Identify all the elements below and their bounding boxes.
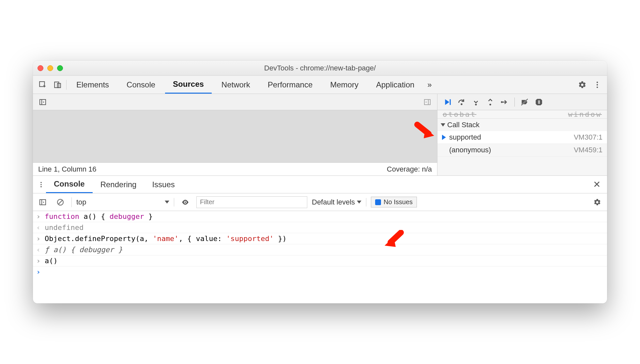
console-settings-icon[interactable] <box>591 196 604 209</box>
sources-toolbar-row <box>33 94 607 110</box>
drawer-menu-icon[interactable] <box>36 180 46 190</box>
console-output-row: ‹ undefined <box>33 222 607 233</box>
svg-point-12 <box>501 101 503 103</box>
execution-context-select[interactable]: top <box>76 198 174 206</box>
debugger-toggle-icon[interactable] <box>421 96 434 109</box>
svg-point-4 <box>597 84 598 85</box>
inspect-element-icon[interactable] <box>36 78 49 91</box>
tab-application[interactable]: Application <box>368 76 422 94</box>
tab-elements[interactable]: Elements <box>69 76 117 94</box>
drawer-tabs: Console Rendering Issues ✕ <box>33 176 607 193</box>
more-tabs-icon[interactable]: » <box>424 80 435 89</box>
input-marker-icon: › <box>36 212 45 220</box>
frame-name: (anonymous) <box>449 146 491 154</box>
issues-icon <box>375 199 381 205</box>
frame-location: VM459:1 <box>574 146 602 154</box>
svg-point-9 <box>461 103 462 105</box>
editor-status-bar: Line 1, Column 16 Coverage: n/a <box>33 162 437 175</box>
console-toolbar: top Default levels No Issues <box>33 193 607 211</box>
console-log[interactable]: › function a() { debugger } ‹ undefined … <box>33 211 607 303</box>
step-over-icon[interactable] <box>456 96 467 108</box>
drawer-tab-console[interactable]: Console <box>46 176 93 193</box>
call-stack-title: Call Stack <box>447 121 480 129</box>
call-stack-frame[interactable]: (anonymous) VM459:1 <box>437 144 607 157</box>
tab-memory[interactable]: Memory <box>322 76 366 94</box>
console-prompt-row[interactable]: › <box>33 266 607 277</box>
live-expression-icon[interactable] <box>179 196 192 209</box>
deactivate-breakpoints-icon[interactable] <box>519 96 530 108</box>
drawer-tab-issues[interactable]: Issues <box>144 176 182 193</box>
output-marker-icon: ‹ <box>36 223 45 232</box>
call-stack-header[interactable]: Call Stack <box>437 119 607 131</box>
svg-point-11 <box>489 103 491 105</box>
coverage-status: Coverage: n/a <box>387 165 432 174</box>
divider <box>71 197 72 207</box>
frame-name: supported <box>449 133 481 142</box>
call-stack-frame[interactable]: supported VM307:1 <box>437 131 607 144</box>
tab-console[interactable]: Console <box>119 76 163 94</box>
console-output-row: ‹ ƒ a() { debugger } <box>33 244 607 255</box>
kebab-menu-icon[interactable] <box>591 78 604 91</box>
input-marker-icon: › <box>36 257 45 265</box>
devtools-window: DevTools - chrome://new-tab-page/ Elemen… <box>33 61 607 303</box>
chevron-down-icon <box>357 201 361 204</box>
svg-point-5 <box>597 86 598 88</box>
context-label: top <box>76 198 86 206</box>
svg-point-3 <box>597 82 598 83</box>
console-input-row: › function a() { debugger } <box>33 211 607 222</box>
device-toolbar-icon[interactable] <box>51 78 64 91</box>
tab-network[interactable]: Network <box>214 76 258 94</box>
svg-rect-8 <box>450 99 451 105</box>
clear-console-icon[interactable] <box>54 196 67 209</box>
console-code: Object.defineProperty(a, 'name', { value… <box>45 235 604 243</box>
window-title: DevTools - chrome://new-tab-page/ <box>33 64 607 72</box>
drawer-tab-rendering[interactable]: Rendering <box>93 176 145 193</box>
console-sidebar-toggle-icon[interactable] <box>36 196 49 209</box>
console-result: undefined <box>45 223 604 232</box>
navigator-toggle-icon[interactable] <box>36 96 49 109</box>
divider <box>514 98 515 107</box>
tab-performance[interactable]: Performance <box>260 76 320 94</box>
console-result: ƒ a() { debugger } <box>45 246 604 254</box>
input-marker-icon: › <box>36 235 45 243</box>
svg-rect-15 <box>538 100 539 104</box>
console-code: function a() { debugger } <box>45 212 604 220</box>
svg-rect-7 <box>424 99 430 105</box>
svg-point-10 <box>475 103 477 105</box>
console-filter-input[interactable] <box>196 196 307 208</box>
levels-label: Default levels <box>312 198 355 206</box>
sources-toolbar-left <box>33 94 437 110</box>
console-input-row: › Object.defineProperty(a, 'name', { val… <box>33 233 607 244</box>
titlebar: DevTools - chrome://new-tab-page/ <box>33 61 607 76</box>
divider <box>66 80 67 90</box>
svg-rect-16 <box>539 100 540 104</box>
drawer: Console Rendering Issues ✕ top Defa <box>33 175 607 303</box>
current-frame-arrow-icon <box>442 135 446 140</box>
log-levels-select[interactable]: Default levels <box>312 198 366 206</box>
chevron-down-icon <box>165 201 169 204</box>
main-tabs: Elements Console Sources Network Perform… <box>33 76 607 94</box>
call-stack-pane: otobat window Call Stack supported VM307… <box>437 110 607 175</box>
editor-body[interactable] <box>33 110 437 162</box>
svg-rect-6 <box>40 99 46 105</box>
step-icon[interactable] <box>499 96 510 108</box>
prompt-marker-icon: › <box>36 268 45 276</box>
step-into-icon[interactable] <box>470 96 482 108</box>
issues-text: No Issues <box>384 198 413 206</box>
svg-point-19 <box>40 186 42 187</box>
tab-sources[interactable]: Sources <box>165 76 212 94</box>
frame-location: VM307:1 <box>574 133 602 142</box>
collapse-triangle-icon <box>441 123 445 127</box>
editor-pane: Line 1, Column 16 Coverage: n/a <box>33 110 437 175</box>
step-out-icon[interactable] <box>484 96 496 108</box>
settings-icon[interactable] <box>576 78 589 91</box>
console-input-row: › a() <box>33 255 607 266</box>
svg-point-18 <box>40 184 42 185</box>
svg-line-22 <box>58 200 62 204</box>
issues-badge[interactable]: No Issues <box>371 197 417 207</box>
resume-icon[interactable] <box>441 96 453 108</box>
drawer-close-icon[interactable]: ✕ <box>590 179 604 190</box>
pause-exceptions-icon[interactable] <box>533 96 545 108</box>
console-code: a() <box>45 257 604 265</box>
svg-rect-1 <box>54 82 59 87</box>
